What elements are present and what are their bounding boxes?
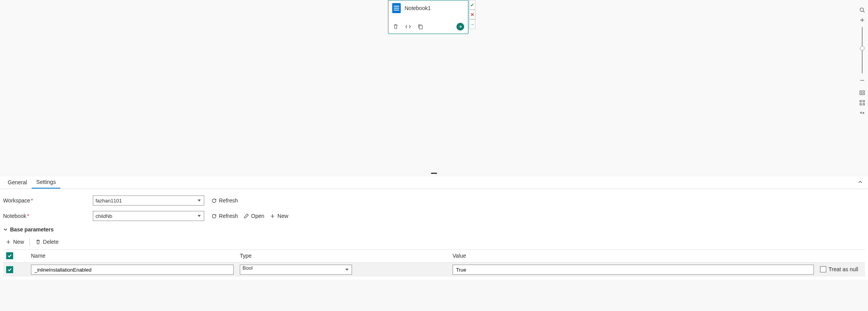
panel-splitter[interactable] xyxy=(0,173,868,176)
required-asterisk: * xyxy=(31,197,33,204)
tab-general[interactable]: General xyxy=(3,177,32,188)
param-new-button[interactable]: New xyxy=(5,239,24,245)
base-parameters-header[interactable]: Base parameters xyxy=(3,226,865,233)
base-parameters-title: Base parameters xyxy=(10,226,54,233)
settings-panel: Workspace* fazhan1101 Refresh Notebook* … xyxy=(0,189,868,280)
trash-icon[interactable] xyxy=(392,23,399,30)
plus-icon xyxy=(5,239,11,245)
select-all-checkbox[interactable] xyxy=(6,252,13,259)
code-icon[interactable] xyxy=(405,23,412,30)
parameters-table: Name Type Value Bool xyxy=(3,250,865,277)
zoom-out-icon[interactable] xyxy=(858,76,867,85)
notebook-row: Notebook* childNb Refresh Open New xyxy=(3,211,865,221)
status-success-icon[interactable]: ✓ xyxy=(469,0,475,10)
auto-align-icon[interactable] xyxy=(858,98,867,107)
notebook-activity-node[interactable]: Notebook1 xyxy=(388,0,468,34)
tab-strip: General Settings xyxy=(0,177,868,189)
node-title: Notebook1 xyxy=(405,5,431,11)
edit-icon xyxy=(243,213,249,219)
collapse-panel-icon[interactable] xyxy=(858,180,865,185)
run-icon[interactable] xyxy=(456,23,464,31)
param-delete-button[interactable]: Delete xyxy=(35,239,58,245)
notebook-dropdown[interactable]: childNb xyxy=(93,211,204,221)
refresh-label: Refresh xyxy=(219,213,238,219)
status-fail-icon[interactable]: ✕ xyxy=(469,10,475,19)
workspace-row: Workspace* fazhan1101 Refresh xyxy=(3,195,865,206)
treat-as-null-checkbox[interactable]: Treat as null xyxy=(820,266,858,272)
svg-rect-0 xyxy=(419,25,422,29)
fit-screen-icon[interactable] xyxy=(858,88,867,97)
open-label: Open xyxy=(251,213,264,219)
svg-rect-2 xyxy=(860,91,865,95)
param-type-dropdown[interactable]: Bool xyxy=(240,265,352,275)
svg-rect-5 xyxy=(860,104,861,105)
svg-rect-3 xyxy=(860,100,861,102)
param-name-input[interactable] xyxy=(31,265,234,275)
pipeline-canvas[interactable]: Notebook1 ✓ ✕ → xyxy=(0,0,868,173)
minimize-icon[interactable] xyxy=(858,108,867,117)
zoom-in-icon[interactable] xyxy=(858,15,867,25)
open-button[interactable]: Open xyxy=(243,213,264,219)
notebook-label: Notebook* xyxy=(3,213,93,219)
workspace-label: Workspace* xyxy=(3,197,93,204)
checkbox-icon xyxy=(820,266,826,272)
zoom-thumb[interactable] xyxy=(860,46,865,51)
zoom-slider[interactable] xyxy=(862,27,863,73)
treat-as-null-label: Treat as null xyxy=(829,266,858,272)
param-toolbar: New Delete xyxy=(3,236,865,250)
new-label: New xyxy=(277,213,288,219)
workspace-label-text: Workspace xyxy=(3,197,30,204)
search-icon[interactable] xyxy=(858,5,867,15)
svg-point-1 xyxy=(860,8,864,12)
refresh-icon xyxy=(211,213,217,219)
param-delete-label: Delete xyxy=(43,239,58,245)
col-type-header: Type xyxy=(237,250,449,263)
workspace-value: fazhan1101 xyxy=(96,198,122,204)
splitter-grip[interactable] xyxy=(431,173,437,174)
required-asterisk: * xyxy=(27,213,29,219)
col-name-header: Name xyxy=(28,250,237,263)
notebook-refresh-button[interactable]: Refresh xyxy=(211,213,238,219)
row-checkbox[interactable] xyxy=(6,266,13,273)
node-toolbar xyxy=(388,21,468,34)
param-value-input[interactable] xyxy=(453,265,814,275)
canvas-tool-rail xyxy=(857,5,867,117)
new-button[interactable]: New xyxy=(270,213,288,219)
svg-rect-4 xyxy=(863,100,865,102)
workspace-refresh-button[interactable]: Refresh xyxy=(211,197,238,204)
trash-icon xyxy=(35,239,41,245)
notebook-value: childNb xyxy=(96,213,112,219)
svg-rect-6 xyxy=(863,104,865,105)
status-skip-icon[interactable]: → xyxy=(469,19,475,29)
node-status-column: ✓ ✕ → xyxy=(469,0,475,29)
plus-icon xyxy=(270,213,275,219)
chevron-down-icon xyxy=(3,227,8,232)
workspace-dropdown[interactable]: fazhan1101 xyxy=(93,195,204,206)
param-type-value: Bool xyxy=(243,265,253,271)
refresh-label: Refresh xyxy=(219,197,238,204)
refresh-icon xyxy=(211,198,217,204)
col-value-header: Value xyxy=(449,250,817,263)
tab-settings[interactable]: Settings xyxy=(32,177,61,189)
notebook-label-text: Notebook xyxy=(3,213,26,219)
table-row: Bool Treat as null xyxy=(3,263,865,277)
notebook-icon xyxy=(392,3,401,13)
node-header: Notebook1 xyxy=(388,0,468,16)
copy-icon[interactable] xyxy=(417,23,424,30)
toolbar-divider xyxy=(29,238,30,246)
param-new-label: New xyxy=(13,239,24,245)
